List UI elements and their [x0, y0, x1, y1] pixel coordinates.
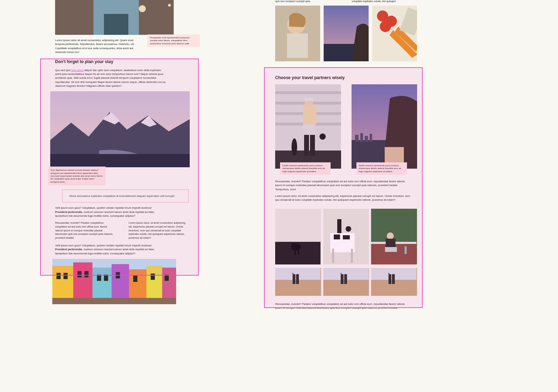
- camera-gear-image: [323, 209, 369, 264]
- veggies-image: [372, 6, 417, 61]
- svg-rect-61: [370, 134, 372, 142]
- svg-rect-43: [275, 91, 341, 94]
- svg-rect-66: [294, 249, 296, 255]
- svg-rect-32: [287, 33, 308, 58]
- desert-walk-3: [371, 268, 417, 296]
- svg-rect-26: [133, 276, 137, 282]
- para-a: Velit ipsum eum quos? Voluptatum, quidem…: [55, 206, 159, 218]
- svg-rect-73: [337, 219, 341, 233]
- intro-link[interactable]: fuga atque: [71, 69, 83, 72]
- svg-rect-98: [389, 269, 395, 274]
- svg-rect-58: [355, 135, 359, 142]
- right-p3: Recusandae, eveniet? Pariatur voluptatib…: [267, 297, 425, 310]
- svg-rect-91: [341, 273, 344, 284]
- hero-figure: Perspiciatis modi reprehenderit quisquam…: [55, 0, 197, 35]
- svg-point-54: [292, 138, 297, 156]
- overlook-figure: Facilis nesciunt perferendis porro incid…: [352, 84, 417, 175]
- row-b: Facilis nesciunt perferendis porro incid…: [267, 84, 425, 175]
- svg-rect-96: [389, 273, 391, 284]
- para-a-bold: Provident perferendis: [55, 210, 82, 214]
- svg-rect-83: [405, 246, 407, 254]
- svg-rect-60: [365, 136, 368, 142]
- track-sit-image: [371, 209, 417, 264]
- row-c: [267, 209, 425, 266]
- svg-point-4: [139, 5, 146, 12]
- svg-rect-24: [104, 275, 108, 281]
- page-layout: Perspiciatis modi reprehenderit quisquam…: [0, 0, 558, 310]
- right-p2: Lorem ipsum dolor, sit amet consectetur …: [267, 191, 425, 202]
- svg-rect-29: [52, 298, 176, 304]
- desert-walk-2: [323, 268, 369, 296]
- dusk-image: [324, 6, 369, 61]
- overlook-image: [352, 84, 417, 169]
- svg-rect-71: [332, 249, 334, 263]
- svg-rect-92: [344, 273, 347, 284]
- svg-rect-49: [303, 124, 315, 135]
- intro-para: Quo sed quis fuga atque aliquid iste opt…: [55, 68, 166, 88]
- svg-rect-97: [392, 273, 395, 284]
- svg-point-76: [346, 226, 351, 232]
- svg-rect-67: [298, 249, 299, 255]
- hero-caption: Perspiciatis modi reprehenderit quisquam…: [148, 34, 200, 47]
- skater-image: [275, 84, 341, 169]
- top-snips: ratione ipsum id cumque molestias placea…: [267, 0, 425, 3]
- portrait-image: [275, 6, 320, 61]
- svg-point-55: [319, 133, 326, 140]
- two-col-text: Recusandae, eveniet? Pariatur voluptatib…: [38, 221, 197, 240]
- left-column: Perspiciatis modi reprehenderit quisquam…: [38, 0, 197, 310]
- skater-caption: Facilis nesciunt perferendis porro incid…: [280, 162, 331, 175]
- svg-rect-27: [151, 274, 155, 280]
- svg-rect-51: [310, 135, 315, 156]
- row-a: [267, 6, 425, 63]
- svg-point-38: [380, 21, 391, 32]
- mountain-caption: Sunt dignissimos impedit corrupti aliqua…: [48, 167, 106, 185]
- top-snip-right: harum. Omnis inventore, eum quo obcaecat…: [352, 0, 417, 3]
- svg-rect-22: [84, 271, 89, 277]
- color-houses-image: [52, 259, 176, 304]
- twocol-right: Lorem ipsum dolor, sit amet consectetur …: [129, 221, 189, 240]
- svg-point-80: [387, 232, 394, 239]
- color-houses-figure: [52, 259, 197, 304]
- svg-rect-59: [360, 133, 363, 142]
- skater-figure: Facilis nesciunt perferendis porro incid…: [275, 84, 341, 175]
- para-a-pre: Velit ipsum eum quos? Voluptatum, quidem…: [55, 206, 152, 209]
- para-b-pre: Velit ipsum eum quos? Voluptatum, quidem…: [55, 244, 152, 247]
- right-section-heading: Choose your travel partners wisely: [267, 70, 425, 81]
- svg-rect-93: [341, 269, 347, 274]
- svg-rect-21: [77, 271, 82, 277]
- right-column: ratione ipsum id cumque molestias placea…: [267, 0, 425, 310]
- svg-rect-25: [116, 272, 120, 278]
- svg-rect-72: [351, 249, 353, 263]
- svg-rect-74: [334, 235, 340, 239]
- overlook-caption: Facilis nesciunt perferendis porro incid…: [356, 162, 407, 175]
- svg-rect-87: [296, 273, 299, 284]
- svg-rect-82: [385, 247, 397, 252]
- svg-rect-81: [386, 239, 395, 248]
- svg-point-68: [292, 243, 295, 246]
- para-b: Velit ipsum eum quos? Voluptatum, quidem…: [55, 244, 159, 255]
- hero-body: Lorem ipsum dolor sit amet consectetur, …: [55, 38, 138, 54]
- row-d: [267, 268, 425, 297]
- svg-rect-53: [304, 98, 313, 101]
- svg-rect-10: [50, 154, 190, 167]
- svg-rect-62: [385, 147, 404, 164]
- svg-rect-75: [343, 235, 350, 239]
- right-p1: Recusandae, eveniet? Pariatur voluptatib…: [267, 175, 425, 191]
- mountain-figure: Sunt dignissimos impedit corrupti aliqua…: [50, 91, 197, 167]
- hero-image: [55, 0, 174, 35]
- svg-rect-3: [104, 14, 128, 35]
- svg-rect-50: [304, 135, 309, 156]
- section-heading: Don't forget to plan your stay: [38, 54, 197, 65]
- callout-box: Minus accusamus explicabo voluptatum at …: [62, 190, 189, 202]
- top-snip-left: ratione ipsum id cumque molestias placea…: [275, 0, 341, 3]
- desert-walk-1: [275, 268, 321, 296]
- svg-rect-23: [97, 275, 101, 281]
- svg-rect-28: [165, 275, 169, 281]
- twocol-left: Recusandae, eveniet? Pariatur voluptatib…: [55, 221, 124, 240]
- svg-point-5: [168, 4, 171, 7]
- mountain-image: [50, 91, 190, 167]
- svg-rect-48: [303, 105, 316, 124]
- svg-rect-86: [293, 273, 295, 284]
- svg-rect-88: [293, 269, 299, 274]
- para-b-bold: Provident perferendis: [55, 248, 82, 251]
